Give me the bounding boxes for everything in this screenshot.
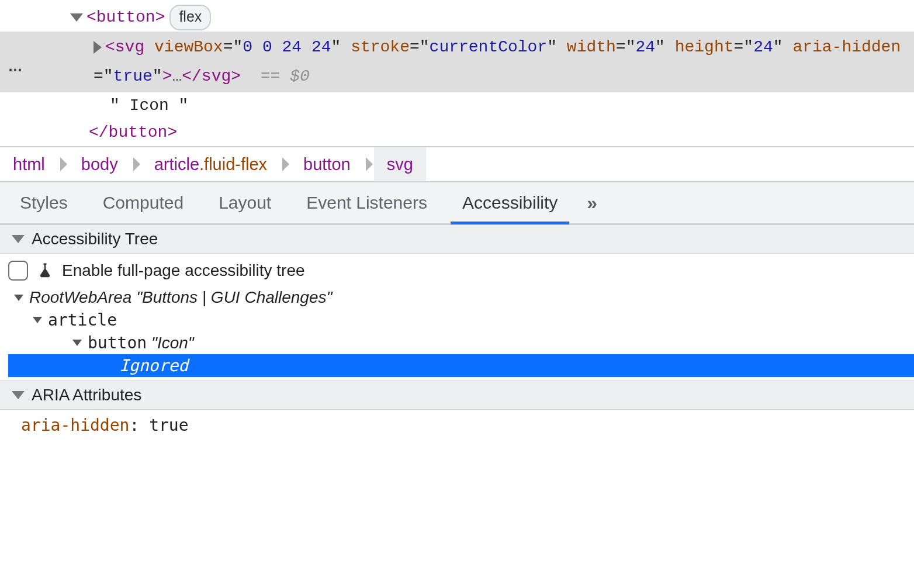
section-title: ARIA Attributes [32, 386, 141, 404]
elements-tree[interactable]: <button> flex … <svg viewBox="0 0 24 24"… [0, 0, 914, 146]
attr-value: 24 [753, 33, 773, 62]
chevron-right-icon [366, 157, 373, 171]
a11y-role: button [88, 333, 147, 352]
crumb-article[interactable]: article.fluid-flex [141, 147, 280, 181]
attr-value: true [113, 62, 153, 91]
tab-styles[interactable]: Styles [2, 182, 85, 223]
flask-icon [36, 262, 54, 279]
text-node-content: " Icon " [110, 94, 188, 118]
chevron-right-icon [133, 157, 140, 171]
attr-value: currentColor [430, 33, 548, 62]
a11y-node-ignored[interactable]: Ignored [8, 354, 914, 377]
caret-down-icon [33, 317, 42, 323]
a11y-name: "Buttons | GUI Challenges" [136, 288, 332, 307]
enable-full-page-tree-checkbox[interactable] [8, 261, 28, 281]
tag-button-open: <button> [86, 5, 165, 30]
attr-name: stroke [351, 33, 410, 62]
dom-node-button-close[interactable]: </button> [0, 119, 914, 146]
aria-attr-name: aria-hidden [21, 416, 129, 435]
enable-full-page-tree-label: Enable full-page accessibility tree [62, 261, 305, 280]
crumb-body[interactable]: body [68, 147, 131, 181]
tab-event-listeners[interactable]: Event Listeners [289, 182, 445, 223]
dom-node-button-open[interactable]: <button> flex [0, 4, 914, 32]
caret-down-icon [72, 340, 82, 346]
a11y-role: article [48, 310, 117, 330]
dom-node-svg[interactable]: … <svg viewBox="0 0 24 24" stroke="curre… [0, 32, 914, 93]
accessibility-tree-body: Enable full-page accessibility tree Root… [0, 254, 914, 381]
disclosure-right-icon[interactable] [94, 41, 102, 54]
attr-name: viewBox [154, 33, 223, 62]
attr-name: width [567, 33, 616, 62]
gutter-more-icon[interactable]: … [8, 63, 20, 68]
attr-value: 24 [635, 33, 655, 62]
tab-layout[interactable]: Layout [201, 182, 289, 223]
chevron-right-icon [282, 157, 289, 171]
attr-name: aria-hidden [792, 33, 901, 62]
a11y-name: "Icon" [151, 334, 194, 352]
flex-badge[interactable]: flex [169, 5, 211, 30]
tabs-overflow-icon[interactable]: » [587, 192, 600, 214]
a11y-node-button[interactable]: button "Icon" [8, 331, 914, 354]
crumb-html[interactable]: html [0, 147, 58, 181]
tag-button-close: </button> [89, 120, 177, 145]
selected-indicator: == $0 [261, 62, 310, 91]
chevron-right-icon [60, 157, 67, 171]
disclosure-down-icon [12, 391, 25, 399]
crumb-svg[interactable]: svg [374, 147, 426, 181]
tab-accessibility[interactable]: Accessibility [445, 182, 575, 223]
breadcrumb: html body article.fluid-flex button svg [0, 146, 914, 182]
crumb-button[interactable]: button [290, 147, 363, 181]
tag-svg: svg [115, 33, 144, 62]
section-title: Accessibility Tree [32, 230, 158, 248]
disclosure-down-icon [12, 235, 25, 243]
disclosure-down-icon[interactable] [70, 13, 83, 22]
a11y-node-article[interactable]: article [8, 309, 914, 331]
a11y-node-root[interactable]: RootWebArea "Buttons | GUI Challenges" [8, 286, 914, 309]
aria-attr-value: true [149, 416, 188, 435]
caret-down-icon [14, 295, 23, 301]
tag-svg-close: </svg> [182, 62, 241, 91]
sidebar-tabs: Styles Computed Layout Event Listeners A… [0, 182, 914, 224]
ellipsis: … [172, 62, 182, 91]
enable-full-page-tree-row[interactable]: Enable full-page accessibility tree [8, 257, 914, 286]
tab-computed[interactable]: Computed [85, 182, 201, 223]
a11y-role: RootWebArea [29, 288, 131, 307]
section-accessibility-tree[interactable]: Accessibility Tree [0, 224, 914, 254]
dom-text-node[interactable]: " Icon " [0, 92, 914, 119]
attr-value: 0 0 24 24 [243, 33, 331, 62]
a11y-role: Ignored [119, 356, 188, 375]
section-aria-attributes[interactable]: ARIA Attributes [0, 381, 914, 410]
devtools-panel: <button> flex … <svg viewBox="0 0 24 24"… [0, 0, 914, 440]
aria-attribute-row: aria-hidden: true [0, 410, 914, 440]
attr-name: height [675, 33, 734, 62]
